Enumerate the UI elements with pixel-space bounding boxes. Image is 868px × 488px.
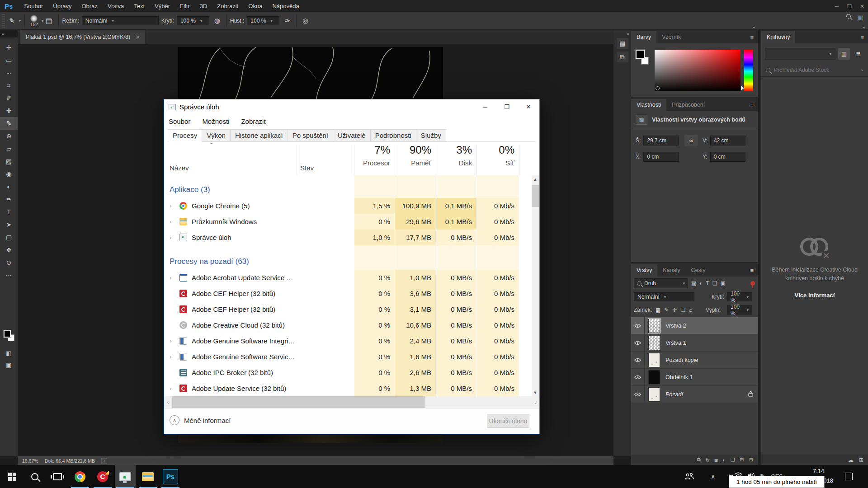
taskbar-button-task-manager[interactable] [115, 465, 136, 488]
foreground-background-swatches[interactable] [4, 330, 15, 342]
column-header-síť[interactable]: 0%Síť [476, 144, 519, 175]
end-task-button[interactable]: Ukončit úlohu [487, 414, 529, 428]
ps-menu-item[interactable]: Text [129, 3, 150, 9]
panel-menu-icon[interactable]: ≡ [856, 34, 868, 43]
group-header-row[interactable]: Procesy na pozadí (63) [164, 253, 533, 270]
hue-slider[interactable] [744, 50, 753, 91]
scroll-left-icon[interactable]: ‹ [164, 396, 172, 408]
layer-thumbnail[interactable] [648, 353, 660, 367]
sync-status-icon[interactable]: ☁ [848, 457, 854, 463]
ps-menu-item[interactable]: Soubor [19, 3, 48, 9]
process-row[interactable]: 1,0 %17,7 MB0 MB/s0 Mb/s›Správce úloh [164, 230, 533, 245]
horizontal-scrollbar[interactable]: ‹ › [164, 396, 539, 408]
tray-clock[interactable]: 7:14 [813, 467, 824, 476]
filter-smart-objects-icon[interactable]: ▣ [721, 280, 726, 286]
tab-properties[interactable]: Vlastnosti [631, 99, 666, 111]
hue-slider-handle[interactable] [741, 86, 744, 90]
ps-menu-item[interactable]: Vrstva [103, 3, 129, 9]
ps-menu-item[interactable]: Nápověda [267, 3, 304, 9]
y-field[interactable]: 0 cm [710, 152, 745, 162]
tab-layers[interactable]: Vrstvy [631, 264, 657, 277]
layer-row[interactable]: Pozadí kopie [631, 352, 758, 369]
minimize-icon[interactable]: ─ [474, 99, 496, 114]
group-header-row[interactable]: Aplikace (3) [164, 182, 533, 198]
layer-visibility-eye-icon[interactable] [631, 352, 645, 368]
brush-tool[interactable]: ✎ [0, 117, 18, 130]
link-dimensions-icon[interactable]: ∞ [684, 135, 698, 146]
eraser-tool[interactable]: ▱ [0, 142, 18, 155]
tm-tab-procesy[interactable]: Procesy [168, 129, 202, 142]
link-layers-icon[interactable]: ⧉ [697, 457, 701, 463]
expand-chevron-icon[interactable]: › [170, 234, 176, 241]
layer-thumbnail[interactable] [648, 370, 660, 385]
taskbar-button-photoshop[interactable]: Ps [160, 465, 181, 488]
layer-style-icon[interactable]: fx [706, 457, 710, 463]
new-group-icon[interactable]: ❏ [731, 457, 735, 463]
flow-select[interactable]: 100 % ▾ [247, 16, 279, 25]
process-row[interactable]: 0 %1,6 MB0 MB/s0 Mb/s›Adobe Genuine Soft… [164, 349, 533, 365]
taskbar-button-chrome[interactable] [70, 465, 90, 488]
expand-chevron-icon[interactable]: › [170, 385, 176, 392]
type-tool[interactable]: T [0, 206, 18, 218]
airbrush-icon[interactable]: ◎ [300, 17, 311, 25]
collapsed-panel-icon-2[interactable]: ⧉ [617, 52, 628, 62]
saturation-field[interactable] [655, 50, 741, 91]
scroll-right-icon[interactable]: › [532, 396, 539, 408]
blend-mode-select[interactable]: Normální ▾ [82, 16, 159, 25]
tm-tab-podrobnosti[interactable]: Podrobnosti [370, 129, 416, 142]
color-picker-cursor[interactable] [656, 86, 660, 90]
search-icon[interactable] [846, 14, 851, 19]
process-row[interactable]: 0 %3,1 MB0 MB/s0 Mb/sAdobe CEF Helper (3… [164, 301, 533, 317]
taskbar-button-search[interactable] [24, 465, 45, 488]
process-row[interactable]: 0 %10,6 MB0 MB/s0 Mb/sAdobe Creative Clo… [164, 317, 533, 333]
quick-mask-icon[interactable]: ◧ [0, 347, 18, 358]
layer-row[interactable]: Obdélník 1 [631, 369, 758, 386]
layer-thumbnail[interactable] [648, 387, 660, 402]
eyedropper-tool[interactable]: ✐ [0, 92, 18, 104]
lock-artboard-icon[interactable]: ❏ [680, 307, 685, 313]
layer-filter-select[interactable]: Druh ▾ [634, 278, 688, 288]
panel-menu-icon[interactable]: ≡ [745, 102, 758, 111]
library-select[interactable]: ▾ [765, 48, 835, 60]
ps-menu-item[interactable]: Úpravy [48, 3, 76, 9]
pressure-size-icon[interactable]: ✑ [282, 17, 292, 25]
hand-tool[interactable]: ❖ [0, 244, 18, 256]
action-center-icon[interactable] [845, 473, 853, 480]
collapse-tools-icon[interactable]: » [2, 31, 5, 36]
tab-adjustments[interactable]: Přizpůsobení [666, 99, 710, 111]
layer-fill-select[interactable]: 100 % ▾ [727, 305, 752, 314]
expand-dock-icon[interactable]: » [627, 31, 629, 36]
maximize-icon[interactable]: ❐ [496, 99, 518, 114]
opacity-select[interactable]: 100 % ▾ [177, 16, 209, 25]
brush-tool-preset-icon[interactable]: ✎ [7, 17, 17, 25]
expand-chevron-icon[interactable]: › [170, 274, 176, 281]
screen-mode-icon[interactable]: ▣ [0, 359, 18, 370]
process-row[interactable]: 0 %1,0 MB0 MB/s0 Mb/s›Adobe Acrobat Upda… [164, 270, 533, 286]
lock-position-icon[interactable]: ✛ [672, 307, 677, 313]
ps-menu-item[interactable]: Okna [243, 3, 267, 9]
chevron-down-icon[interactable]: ▾ [19, 19, 21, 23]
pen-tool[interactable]: ✒ [0, 193, 18, 206]
tab-swatches[interactable]: Vzorník [656, 31, 686, 43]
layer-opacity-select[interactable]: 100 % ▾ [727, 292, 752, 301]
expand-chevron-icon[interactable]: › [170, 218, 176, 225]
column-header-paměť[interactable]: 90%Paměť [395, 144, 436, 175]
close-icon[interactable]: ✕ [518, 99, 539, 114]
marquee-tool[interactable]: ▭ [0, 54, 18, 66]
ps-menu-item[interactable]: Filtr [175, 3, 195, 9]
show-hidden-icons-chevron[interactable]: ∧ [711, 473, 715, 480]
taskbar-button-ccleaner[interactable]: C [92, 465, 113, 488]
tm-tab-u-ivatel-[interactable]: Uživatelé [333, 129, 371, 142]
lock-all-icon[interactable]: ⌂ [689, 307, 692, 313]
blur-tool[interactable]: ◉ [0, 168, 18, 180]
path-select-tool[interactable]: ➤ [0, 218, 18, 231]
collapsed-panel-icon-1[interactable]: ▤ [617, 38, 628, 49]
taskbar-button-explorer[interactable] [137, 465, 158, 488]
width-field[interactable]: 29,7 cm [643, 136, 679, 145]
expand-chevron-icon[interactable]: › [170, 202, 176, 209]
x-field[interactable]: 0 cm [643, 152, 679, 162]
column-header-status[interactable]: Stav [300, 164, 314, 172]
workspace-switcher-icon[interactable]: ▥ [858, 14, 863, 21]
filter-shape-layers-icon[interactable]: ❏ [712, 280, 717, 286]
close-icon[interactable]: ✕ [860, 3, 864, 9]
